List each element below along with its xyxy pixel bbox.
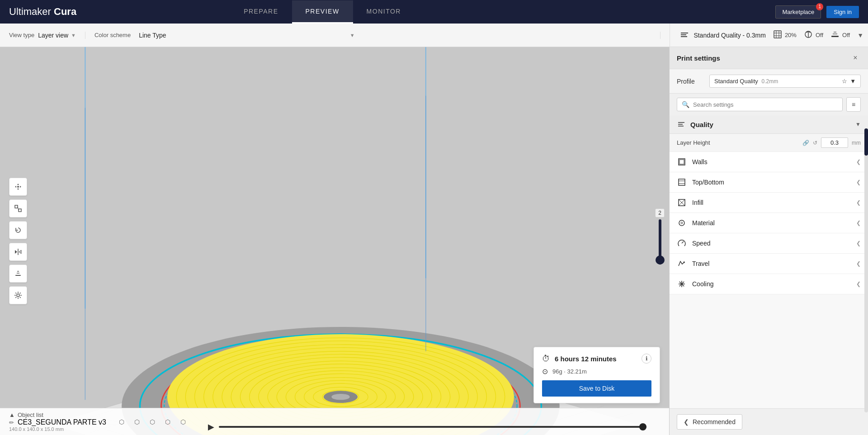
object-tools: ⬡ ⬡ ⬡ ⬡ ⬡ <box>115 416 189 428</box>
travel-category[interactable]: Travel ❮ <box>670 254 868 274</box>
marketplace-button[interactable]: Marketplace 1 <box>775 5 821 19</box>
walls-category[interactable]: Walls ❮ <box>670 152 868 172</box>
material-label: 96g · 32.21m <box>552 368 587 375</box>
quality-setting[interactable]: Standard Quality - 0.3mm <box>679 30 766 41</box>
obj-tool-4[interactable]: ⬡ <box>161 416 174 428</box>
svg-line-70 <box>18 207 19 210</box>
time-row: ⏱ 6 hours 12 minutes ℹ <box>542 354 651 364</box>
walls-chevron-icon: ❮ <box>856 159 861 165</box>
scrollbar-thumb[interactable] <box>864 128 868 156</box>
sign-in-button[interactable]: Sign in <box>826 6 859 18</box>
object-list-toggle[interactable]: ▲ Object list <box>9 411 106 418</box>
panel-scrollbar[interactable] <box>864 128 868 412</box>
material-category[interactable]: Material ❮ <box>670 213 868 233</box>
support-tool[interactable] <box>9 265 27 283</box>
svg-rect-2 <box>681 36 687 37</box>
obj-tool-1[interactable]: ⬡ <box>115 416 128 428</box>
info-panel: ⏱ 6 hours 12 minutes ℹ ⊙ 96g · 32.21m Sa… <box>533 347 660 403</box>
obj-tool-5[interactable]: ⬡ <box>177 416 189 428</box>
material-chevron-icon: ❮ <box>856 220 861 226</box>
svg-rect-80 <box>679 160 684 164</box>
support-value: Off <box>816 32 823 38</box>
layer-slider[interactable] <box>659 219 661 274</box>
svg-rect-76 <box>678 122 684 123</box>
obj-tool-3[interactable]: ⬡ <box>146 416 159 428</box>
svg-rect-11 <box>833 33 837 34</box>
settings-menu-button[interactable]: ≡ <box>846 97 861 112</box>
scale-tool[interactable] <box>9 199 27 218</box>
layer-slider-track[interactable] <box>659 219 661 265</box>
color-scheme-select[interactable]: Line Type ▼ <box>139 32 354 39</box>
profile-row: Profile Standard Quality 0.2mm ☆ ▼ <box>670 69 868 94</box>
speed-label: Speed <box>692 240 710 247</box>
main-content: ▲ Object list ✏ CE3_SEGUNDA PARTE v3 140… <box>0 47 868 435</box>
recommended-button[interactable]: ❮ Recommended <box>677 414 742 430</box>
left-tools <box>9 178 27 304</box>
settings-list: Quality ▼ Layer Height 🔗 ↺ mm <box>670 115 868 408</box>
infill-value: 20% <box>785 32 797 38</box>
svg-rect-0 <box>681 33 688 33</box>
cooling-icon <box>677 279 687 289</box>
layer-height-label: Layer Height <box>677 139 802 146</box>
profile-name: Standard Quality <box>714 78 758 85</box>
top-bottom-category[interactable]: Top/Bottom ❮ <box>670 172 868 193</box>
top-bar-right: Marketplace 1 Sign in <box>775 5 859 19</box>
quality-section-left: Quality <box>677 120 713 129</box>
layer-slider-thumb[interactable] <box>656 255 665 265</box>
svg-rect-74 <box>17 271 19 272</box>
play-button[interactable]: ▶ <box>208 422 214 432</box>
speed-category[interactable]: Speed ❮ <box>670 233 868 254</box>
quality-section-header[interactable]: Quality ▼ <box>670 115 868 134</box>
quality-icon <box>679 30 690 41</box>
view-type-select[interactable]: Layer view ▼ <box>38 32 76 39</box>
scrubber-track[interactable] <box>219 426 646 428</box>
support-toggle[interactable]: Off <box>804 30 823 41</box>
info-detail-button[interactable]: ℹ <box>642 354 651 364</box>
color-scheme-chevron-icon: ▼ <box>350 33 355 38</box>
timeline-scrubber: ▶ <box>208 422 646 431</box>
support-icon <box>804 30 813 41</box>
cooling-category[interactable]: Cooling ❮ <box>670 274 868 294</box>
top-bottom-label: Top/Bottom <box>692 179 724 186</box>
profile-select[interactable]: Standard Quality 0.2mm ☆ ▼ <box>709 75 861 88</box>
svg-point-75 <box>17 294 19 297</box>
object-name: CE3_SEGUNDA PARTE v3 <box>18 418 106 426</box>
material-row: ⊙ 96g · 32.21m <box>542 367 651 376</box>
view-type-label: View type <box>9 32 34 38</box>
infill-toggle[interactable]: 20% <box>773 30 797 41</box>
rotate-tool[interactable] <box>9 221 27 239</box>
move-tool[interactable] <box>9 178 27 196</box>
search-input[interactable] <box>693 101 838 108</box>
material-label: Material <box>692 219 715 227</box>
mirror-tool[interactable] <box>9 243 27 261</box>
scrubber-thumb[interactable] <box>639 423 646 430</box>
infill-category[interactable]: Infill ❮ <box>670 193 868 213</box>
save-to-disk-button[interactable]: Save to Disk <box>542 380 651 397</box>
panel-close-button[interactable]: × <box>850 52 861 63</box>
material-icon <box>677 218 687 228</box>
speed-icon <box>677 238 687 248</box>
toolbar: View type Layer view ▼ Color scheme Line… <box>0 24 868 47</box>
layer-number: 2 <box>655 208 665 218</box>
svg-line-89 <box>682 241 684 243</box>
recommended-row: ❮ Recommended <box>670 408 868 435</box>
svg-rect-72 <box>15 275 21 276</box>
adhesion-toggle[interactable]: Off <box>830 30 850 41</box>
layer-height-input[interactable] <box>821 137 848 148</box>
walls-icon <box>677 157 687 167</box>
tab-preview[interactable]: PREVIEW <box>292 0 353 24</box>
travel-icon <box>677 259 687 269</box>
tab-prepare[interactable]: PREPARE <box>230 0 292 24</box>
svg-rect-81 <box>679 179 685 185</box>
search-row: 🔍 ≡ <box>670 94 868 115</box>
toolbar-expand-icon[interactable]: ▼ <box>857 32 863 39</box>
nav-tabs: PREPARE PREVIEW MONITOR <box>230 0 415 24</box>
settings-tool[interactable] <box>9 286 27 304</box>
infill-icon <box>773 30 782 41</box>
reset-icon[interactable]: ↺ <box>813 140 817 146</box>
top-bottom-chevron-icon: ❮ <box>856 179 861 185</box>
tab-monitor[interactable]: MONITOR <box>353 0 415 24</box>
obj-tool-2[interactable]: ⬡ <box>131 416 143 428</box>
quality-section-icon <box>677 120 686 129</box>
recommended-chevron-icon: ❮ <box>684 418 689 426</box>
